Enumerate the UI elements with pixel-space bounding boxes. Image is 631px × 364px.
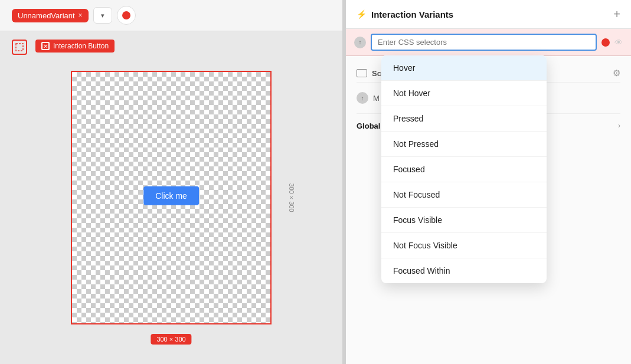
close-icon[interactable]: ×	[79, 11, 83, 19]
variant-label: UnnamedVariant	[18, 11, 75, 20]
canvas-size-right: 300 × 300	[287, 183, 295, 212]
css-selector-dropdown: Hover Not Hover Pressed Not Pressed Focu…	[381, 55, 547, 283]
variant-dropdown-button[interactable]: ▾	[93, 7, 112, 24]
dropdown-item-hover[interactable]: Hover	[381, 55, 547, 81]
svg-rect-0	[16, 44, 23, 51]
select-icon[interactable]	[12, 40, 27, 55]
motion-upload-icon: ↑	[357, 92, 368, 104]
lightning-icon: ⚡	[357, 9, 367, 19]
dropdown-item-focused[interactable]: Focused	[381, 157, 547, 182]
eye-icon[interactable]: 👁	[614, 38, 623, 47]
panel-title-row: ⚡ Interaction Variants	[357, 9, 453, 19]
dropdown-item-pressed[interactable]: Pressed	[381, 106, 547, 132]
canvas-area: ✕ Interaction Button Click me 300 × 300 …	[0, 31, 342, 364]
canvas-size-bottom: 300 × 300	[151, 334, 191, 345]
dropdown-item-not-focus-visible[interactable]: Not Focus Visible	[381, 233, 547, 258]
selection-svg	[15, 43, 24, 51]
dropdown-item-not-pressed[interactable]: Not Pressed	[381, 132, 547, 157]
css-input-row: ↑ 👁 Hover Not Hover Pressed Not Pressed …	[346, 29, 631, 56]
panel-title: Interaction Variants	[371, 9, 453, 19]
dropdown-item-focus-visible[interactable]: Focus Visible	[381, 208, 547, 233]
chevron-down-icon: ▾	[101, 12, 104, 19]
variant-pill[interactable]: UnnamedVariant ×	[12, 9, 89, 22]
dropdown-item-not-focused[interactable]: Not Focused	[381, 182, 547, 208]
upload-icon: ↑	[354, 37, 366, 48]
component-label[interactable]: ✕ Interaction Button	[35, 40, 115, 53]
component-name: Interaction Button	[53, 42, 109, 50]
gear-icon[interactable]: ⚙	[613, 68, 620, 78]
right-panel: ⚡ Interaction Variants + ↑ 👁 Hover Not H…	[346, 0, 631, 364]
dropdown-item-not-hover[interactable]: Not Hover	[381, 81, 547, 106]
right-header: ⚡ Interaction Variants +	[346, 0, 631, 29]
toolbar: UnnamedVariant × ▾	[0, 0, 342, 31]
screen-icon	[357, 69, 367, 77]
dropdown-item-focused-within[interactable]: Focused Within	[381, 258, 547, 283]
record-dot-icon	[122, 11, 130, 19]
record-state-dot	[601, 38, 610, 47]
component-icon: ✕	[41, 42, 50, 50]
click-me-button[interactable]: Click me	[143, 186, 199, 205]
css-selector-input[interactable]	[371, 34, 597, 51]
motion-label: M	[373, 94, 380, 103]
canvas-frame: Click me 300 × 300 300 × 300	[71, 71, 272, 324]
record-button[interactable]	[117, 6, 136, 25]
add-variant-button[interactable]: +	[613, 8, 620, 20]
chevron-right-icon[interactable]: ›	[618, 122, 620, 130]
left-panel: UnnamedVariant × ▾ ✕ Interaction Button …	[0, 0, 342, 364]
